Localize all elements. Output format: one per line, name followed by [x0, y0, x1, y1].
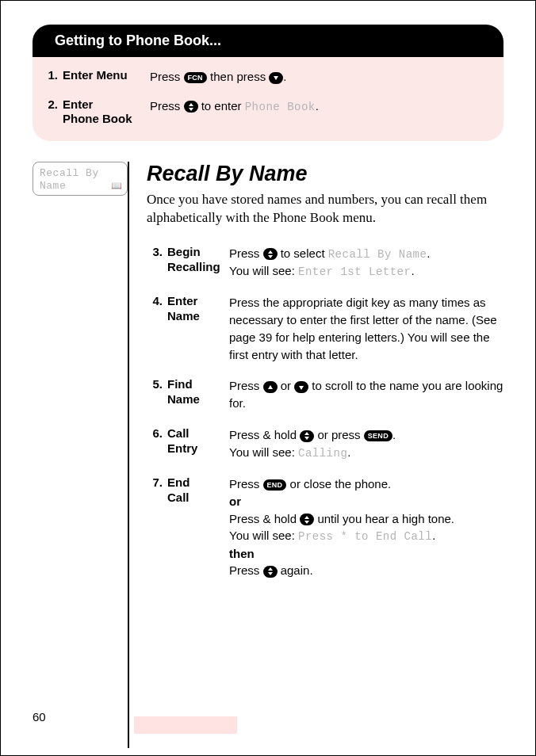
section-intro: Once you have stored names and numbers, …: [147, 191, 503, 227]
svg-marker-10: [304, 521, 309, 524]
step-label: Enter Name: [167, 294, 229, 324]
step-number: 1.: [40, 68, 63, 82]
svg-marker-7: [304, 432, 309, 435]
step-desc: Press the appropriate digit key as many …: [229, 294, 503, 363]
footer-highlight: [134, 716, 237, 734]
svg-marker-5: [268, 385, 273, 389]
svg-marker-11: [268, 567, 273, 571]
step-desc: Press & hold or press SEND. You will see…: [229, 426, 503, 461]
step-4: 4. Enter Name Press the appropriate digi…: [147, 294, 503, 363]
updown-key-icon: [263, 566, 278, 578]
phone-display-snippet: Recall By Name 📖: [33, 162, 128, 196]
step-desc: Press END or close the phone. or Press &…: [229, 475, 503, 579]
updown-key-icon: [300, 514, 314, 525]
svg-marker-6: [299, 386, 304, 390]
step-number: 4.: [147, 294, 167, 307]
step-desc: Press to enter Phone Book.: [150, 97, 489, 116]
updown-key-icon: [300, 430, 314, 442]
then-text: then: [229, 547, 255, 560]
page-number: 60: [33, 710, 46, 724]
step-label: End Call: [167, 475, 229, 506]
step-number: 5.: [147, 377, 167, 391]
step-3: 3. Begin Recalling Press to select Recal…: [147, 245, 503, 281]
step-label: Enter Menu: [63, 68, 150, 83]
right-column: Recall By Name Once you have stored name…: [128, 162, 503, 748]
down-key-icon: [269, 72, 283, 84]
step-6: 6. Call Entry Press & hold or press SEND…: [147, 426, 503, 461]
or-text: or: [229, 494, 241, 508]
updown-key-icon: [263, 248, 278, 260]
step-desc: Press to select Recall By Name. You will…: [229, 245, 503, 281]
step-7: 7. End Call Press END or close the phone…: [147, 475, 503, 579]
svg-marker-4: [268, 255, 273, 258]
svg-marker-0: [274, 76, 278, 80]
step-5: 5. Find Name Press or to scroll to the n…: [147, 377, 503, 412]
send-key-icon: SEND: [364, 430, 392, 441]
getting-to-body: 1. Enter Menu Press FCN then press . 2. …: [33, 57, 503, 141]
step-desc: Press FCN then press .: [150, 68, 489, 86]
getting-to-step-2: 2. Enter Phone Book Press to enter Phone…: [40, 97, 489, 128]
section-title: Recall By Name: [147, 162, 503, 186]
svg-marker-2: [189, 108, 193, 111]
down-key-icon: [294, 381, 308, 393]
svg-marker-8: [304, 437, 309, 440]
main-content: Recall By Name 📖 Recall By Name Once you…: [33, 162, 503, 748]
step-number: 7.: [147, 475, 167, 489]
book-icon: 📖: [111, 181, 123, 192]
left-column: Recall By Name 📖: [33, 162, 128, 748]
svg-marker-12: [268, 572, 273, 575]
fcn-key-icon: FCN: [184, 72, 207, 83]
step-label: Begin Recalling: [167, 245, 229, 275]
getting-to-box: Getting to Phone Book... 1. Enter Menu P…: [33, 25, 503, 141]
updown-key-icon: [184, 101, 198, 113]
step-label: Enter Phone Book: [63, 97, 150, 128]
step-number: 3.: [147, 245, 167, 258]
step-number: 2.: [40, 97, 63, 111]
svg-marker-9: [304, 516, 309, 519]
up-key-icon: [263, 381, 278, 393]
getting-to-step-1: 1. Enter Menu Press FCN then press .: [40, 68, 489, 86]
step-number: 6.: [147, 426, 167, 440]
step-label: Call Entry: [167, 426, 229, 456]
svg-marker-3: [268, 250, 273, 254]
end-key-icon: END: [263, 479, 287, 491]
getting-to-header: Getting to Phone Book...: [33, 25, 503, 57]
step-label: Find Name: [167, 377, 229, 407]
step-desc: Press or to scroll to the name you are l…: [229, 377, 503, 412]
svg-marker-1: [189, 103, 193, 106]
